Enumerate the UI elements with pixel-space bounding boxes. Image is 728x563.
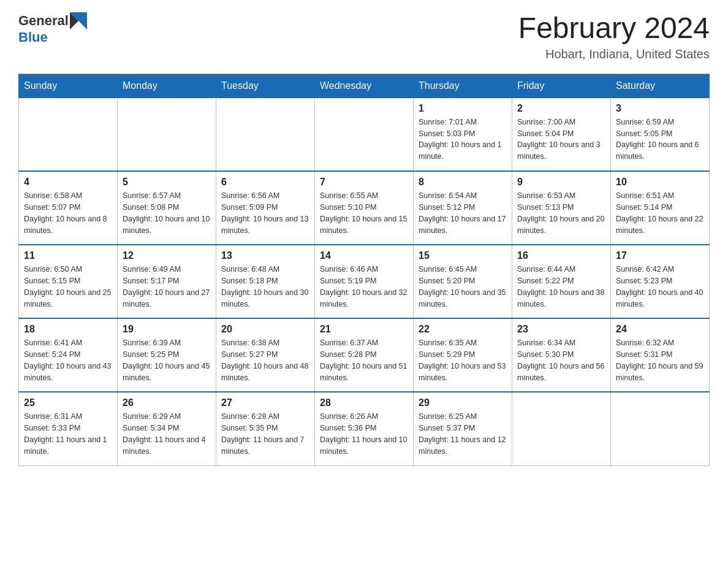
day-info: Sunrise: 6:58 AMSunset: 5:07 PMDaylight:… bbox=[24, 190, 112, 236]
day-number: 29 bbox=[419, 397, 507, 408]
calendar-cell: 1Sunrise: 7:01 AMSunset: 5:03 PMDaylight… bbox=[414, 98, 512, 171]
calendar-cell: 12Sunrise: 6:49 AMSunset: 5:17 PMDayligh… bbox=[118, 245, 216, 318]
day-number: 6 bbox=[221, 177, 309, 188]
day-number: 14 bbox=[320, 250, 408, 261]
calendar-cell: 16Sunrise: 6:44 AMSunset: 5:22 PMDayligh… bbox=[512, 245, 611, 318]
day-number: 25 bbox=[24, 397, 112, 408]
day-number: 10 bbox=[616, 177, 704, 188]
calendar-cell: 23Sunrise: 6:34 AMSunset: 5:30 PMDayligh… bbox=[512, 318, 611, 392]
calendar-day-header: Thursday bbox=[414, 74, 512, 98]
calendar-cell: 11Sunrise: 6:50 AMSunset: 5:15 PMDayligh… bbox=[19, 245, 118, 318]
calendar-day-header: Tuesday bbox=[216, 74, 315, 98]
calendar-cell: 10Sunrise: 6:51 AMSunset: 5:14 PMDayligh… bbox=[611, 171, 710, 245]
calendar-cell: 5Sunrise: 6:57 AMSunset: 5:08 PMDaylight… bbox=[118, 171, 216, 245]
calendar-cell: 22Sunrise: 6:35 AMSunset: 5:29 PMDayligh… bbox=[414, 318, 512, 392]
calendar-cell: 20Sunrise: 6:38 AMSunset: 5:27 PMDayligh… bbox=[216, 318, 315, 392]
day-number: 24 bbox=[616, 324, 704, 335]
day-info: Sunrise: 6:41 AMSunset: 5:24 PMDaylight:… bbox=[24, 337, 112, 383]
calendar-cell: 4Sunrise: 6:58 AMSunset: 5:07 PMDaylight… bbox=[19, 171, 118, 245]
calendar-cell: 24Sunrise: 6:32 AMSunset: 5:31 PMDayligh… bbox=[611, 318, 710, 392]
day-info: Sunrise: 7:01 AMSunset: 5:03 PMDaylight:… bbox=[419, 117, 507, 163]
calendar-cell: 17Sunrise: 6:42 AMSunset: 5:23 PMDayligh… bbox=[611, 245, 710, 318]
calendar-cell: 21Sunrise: 6:37 AMSunset: 5:28 PMDayligh… bbox=[315, 318, 414, 392]
calendar-cell: 14Sunrise: 6:46 AMSunset: 5:19 PMDayligh… bbox=[315, 245, 414, 318]
day-info: Sunrise: 6:38 AMSunset: 5:27 PMDaylight:… bbox=[221, 337, 309, 383]
day-info: Sunrise: 6:50 AMSunset: 5:15 PMDaylight:… bbox=[24, 264, 112, 310]
day-number: 15 bbox=[419, 250, 507, 261]
logo-icon bbox=[70, 12, 87, 29]
calendar-cell: 19Sunrise: 6:39 AMSunset: 5:25 PMDayligh… bbox=[118, 318, 216, 392]
calendar-day-header: Saturday bbox=[611, 74, 710, 98]
calendar-cell: 27Sunrise: 6:28 AMSunset: 5:35 PMDayligh… bbox=[216, 392, 315, 465]
day-number: 5 bbox=[123, 177, 211, 188]
calendar-day-header: Sunday bbox=[19, 74, 118, 98]
day-info: Sunrise: 6:32 AMSunset: 5:31 PMDaylight:… bbox=[616, 337, 704, 383]
calendar-week-row: 25Sunrise: 6:31 AMSunset: 5:33 PMDayligh… bbox=[19, 392, 710, 465]
calendar-cell bbox=[19, 98, 118, 171]
day-info: Sunrise: 6:54 AMSunset: 5:12 PMDaylight:… bbox=[419, 190, 507, 236]
location-text: Hobart, Indiana, United States bbox=[518, 47, 710, 61]
calendar-day-header: Friday bbox=[512, 74, 611, 98]
day-number: 26 bbox=[123, 397, 211, 408]
calendar-day-header: Monday bbox=[118, 74, 216, 98]
calendar-cell: 2Sunrise: 7:00 AMSunset: 5:04 PMDaylight… bbox=[512, 98, 611, 171]
calendar-day-header: Wednesday bbox=[315, 74, 414, 98]
calendar-cell: 15Sunrise: 6:45 AMSunset: 5:20 PMDayligh… bbox=[414, 245, 512, 318]
day-number: 27 bbox=[221, 397, 309, 408]
day-info: Sunrise: 6:34 AMSunset: 5:30 PMDaylight:… bbox=[517, 337, 605, 383]
calendar-cell bbox=[315, 98, 414, 171]
calendar-cell: 25Sunrise: 6:31 AMSunset: 5:33 PMDayligh… bbox=[19, 392, 118, 465]
day-number: 9 bbox=[517, 177, 605, 188]
calendar-cell: 29Sunrise: 6:25 AMSunset: 5:37 PMDayligh… bbox=[414, 392, 512, 465]
day-info: Sunrise: 6:51 AMSunset: 5:14 PMDaylight:… bbox=[616, 190, 704, 236]
day-info: Sunrise: 6:42 AMSunset: 5:23 PMDaylight:… bbox=[616, 264, 704, 310]
calendar-cell: 7Sunrise: 6:55 AMSunset: 5:10 PMDaylight… bbox=[315, 171, 414, 245]
day-number: 19 bbox=[123, 324, 211, 335]
title-area: February 2024 Hobart, Indiana, United St… bbox=[518, 12, 710, 61]
day-info: Sunrise: 6:26 AMSunset: 5:36 PMDaylight:… bbox=[320, 411, 408, 457]
calendar-cell: 9Sunrise: 6:53 AMSunset: 5:13 PMDaylight… bbox=[512, 171, 611, 245]
day-number: 8 bbox=[419, 177, 507, 188]
day-number: 21 bbox=[320, 324, 408, 335]
logo: General Blue bbox=[18, 12, 88, 45]
day-info: Sunrise: 6:37 AMSunset: 5:28 PMDaylight:… bbox=[320, 337, 408, 383]
calendar-week-row: 1Sunrise: 7:01 AMSunset: 5:03 PMDaylight… bbox=[19, 98, 710, 171]
calendar-table: SundayMondayTuesdayWednesdayThursdayFrid… bbox=[18, 74, 710, 466]
page-header: General Blue February 2024 Hobart, India… bbox=[18, 12, 710, 61]
day-number: 2 bbox=[517, 103, 605, 114]
calendar-cell: 13Sunrise: 6:48 AMSunset: 5:18 PMDayligh… bbox=[216, 245, 315, 318]
calendar-week-row: 4Sunrise: 6:58 AMSunset: 5:07 PMDaylight… bbox=[19, 171, 710, 245]
day-number: 11 bbox=[24, 250, 112, 261]
calendar-cell bbox=[611, 392, 710, 465]
calendar-cell: 26Sunrise: 6:29 AMSunset: 5:34 PMDayligh… bbox=[118, 392, 216, 465]
day-info: Sunrise: 6:29 AMSunset: 5:34 PMDaylight:… bbox=[123, 411, 211, 457]
calendar-cell bbox=[512, 392, 611, 465]
day-number: 3 bbox=[616, 103, 704, 114]
day-info: Sunrise: 6:35 AMSunset: 5:29 PMDaylight:… bbox=[419, 337, 507, 383]
day-info: Sunrise: 7:00 AMSunset: 5:04 PMDaylight:… bbox=[517, 117, 605, 163]
calendar-week-row: 11Sunrise: 6:50 AMSunset: 5:15 PMDayligh… bbox=[19, 245, 710, 318]
day-number: 16 bbox=[517, 250, 605, 261]
day-number: 4 bbox=[24, 177, 112, 188]
calendar-week-row: 18Sunrise: 6:41 AMSunset: 5:24 PMDayligh… bbox=[19, 318, 710, 392]
calendar-cell: 28Sunrise: 6:26 AMSunset: 5:36 PMDayligh… bbox=[315, 392, 414, 465]
day-number: 20 bbox=[221, 324, 309, 335]
day-info: Sunrise: 6:46 AMSunset: 5:19 PMDaylight:… bbox=[320, 264, 408, 310]
calendar-cell: 18Sunrise: 6:41 AMSunset: 5:24 PMDayligh… bbox=[19, 318, 118, 392]
day-info: Sunrise: 6:49 AMSunset: 5:17 PMDaylight:… bbox=[123, 264, 211, 310]
day-info: Sunrise: 6:25 AMSunset: 5:37 PMDaylight:… bbox=[419, 411, 507, 457]
logo-blue-text: Blue bbox=[18, 29, 48, 45]
calendar-cell: 3Sunrise: 6:59 AMSunset: 5:05 PMDaylight… bbox=[611, 98, 710, 171]
day-info: Sunrise: 6:59 AMSunset: 5:05 PMDaylight:… bbox=[616, 117, 704, 163]
day-info: Sunrise: 6:56 AMSunset: 5:09 PMDaylight:… bbox=[221, 190, 309, 236]
day-number: 22 bbox=[419, 324, 507, 335]
day-number: 7 bbox=[320, 177, 408, 188]
day-info: Sunrise: 6:28 AMSunset: 5:35 PMDaylight:… bbox=[221, 411, 309, 457]
day-info: Sunrise: 6:45 AMSunset: 5:20 PMDaylight:… bbox=[419, 264, 507, 310]
day-info: Sunrise: 6:39 AMSunset: 5:25 PMDaylight:… bbox=[123, 337, 211, 383]
day-number: 13 bbox=[221, 250, 309, 261]
day-number: 1 bbox=[419, 103, 507, 114]
day-info: Sunrise: 6:44 AMSunset: 5:22 PMDaylight:… bbox=[517, 264, 605, 310]
day-number: 23 bbox=[517, 324, 605, 335]
calendar-cell bbox=[216, 98, 315, 171]
